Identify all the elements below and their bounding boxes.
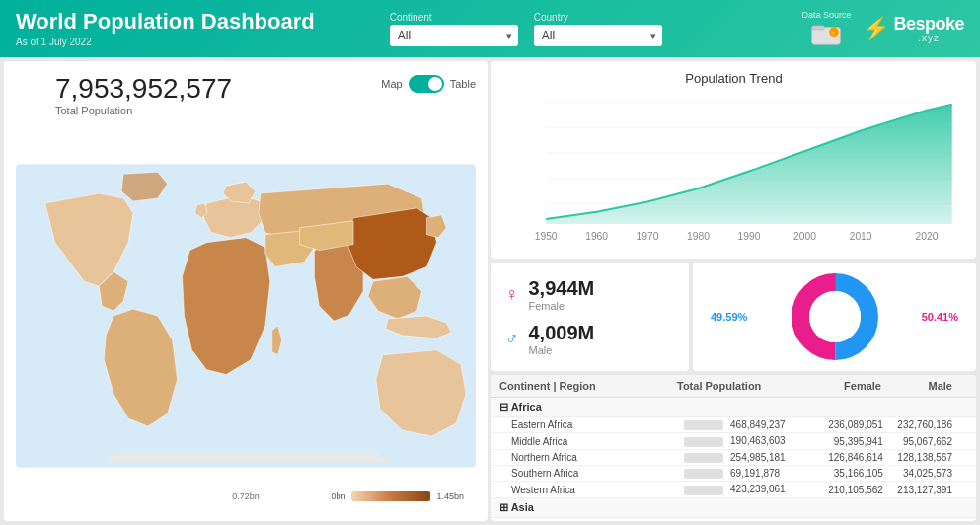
table-row[interactable]: Southern Africa 69,191,878 35,166,105 34… (491, 466, 976, 482)
legend-max-label: 1.45bn (436, 491, 464, 501)
map-table-toggle[interactable]: Map Table (381, 75, 476, 93)
col-header-male: Male (881, 380, 952, 392)
svg-text:↑: ↑ (832, 29, 836, 38)
male-icon: ♂ (505, 329, 519, 349)
svg-point-20 (809, 291, 861, 342)
male-percent-label: 49.59% (711, 311, 747, 323)
table-row[interactable]: Eastern Africa 468,849,237 236,089,051 2… (491, 417, 976, 433)
bar-northern-africa (684, 453, 723, 463)
continent-select[interactable]: All Africa Asia Europe Americas Oceania (390, 25, 518, 46)
toggle-knob (428, 77, 442, 91)
toggle-switch[interactable] (409, 75, 444, 93)
group-name-africa: ⊟ Africa (499, 401, 677, 413)
left-panel: 7,953,952,577 Total Population Map Table (4, 61, 488, 521)
col-header-region: Continent | Region (499, 380, 677, 392)
country-filter-group: Country All (534, 12, 662, 46)
svg-text:1990: 1990 (738, 231, 761, 242)
svg-text:1960: 1960 (585, 231, 608, 242)
header: World Population Dashboard As of 1 July … (0, 0, 980, 57)
male-label: Male (529, 344, 595, 356)
trend-card: Population Trend (491, 61, 976, 259)
total-population-label: Total Population (16, 105, 232, 116)
header-right: Data Source ↑ ⚡ Bespoke .xyz (801, 10, 964, 47)
col-header-total: Total Population (677, 380, 810, 392)
country-label: Country (534, 12, 662, 23)
map-toggle-map-label: Map (381, 78, 402, 90)
stats-row: ♀ 3,944M Female ♂ 4,009M Male 49.59% (491, 262, 976, 371)
page-title: World Population Dashboard (16, 10, 315, 34)
col-header-female: Female (810, 380, 881, 392)
main-content: 7,953,952,577 Total Population Map Table (0, 57, 980, 525)
table-body[interactable]: ⊟ Africa Eastern Africa 468,849,237 236,… (491, 398, 976, 521)
data-source-icon[interactable]: ↑ (810, 20, 842, 47)
svg-text:1950: 1950 (535, 231, 558, 242)
brand-name: Bespoke (893, 15, 964, 33)
group-name-asia: ⊞ Asia (499, 501, 677, 514)
legend-gradient-bar (351, 491, 430, 501)
trend-chart-svg: 1950 1960 1970 1980 1990 2000 2010 2020 (505, 92, 962, 245)
table-header: Continent | Region Total Population Fema… (491, 375, 976, 398)
male-value: 4,009M (529, 322, 595, 344)
total-population-value: 7,953,952,577 (16, 73, 232, 105)
donut-chart-svg (786, 267, 884, 366)
brand-area: ⚡ Bespoke .xyz (863, 15, 964, 43)
svg-rect-1 (812, 26, 825, 30)
female-label: Female (529, 300, 595, 312)
table-row[interactable]: ⊟ Africa (491, 398, 976, 417)
brand-sub: .xyz (918, 33, 940, 43)
data-source-label: Data Source (801, 10, 851, 20)
country-select[interactable]: All (534, 25, 662, 46)
legend-min-label: 0bn (331, 491, 345, 501)
svg-text:1970: 1970 (637, 231, 659, 242)
brand-lightning-icon: ⚡ (863, 16, 889, 41)
data-source-area: Data Source ↑ (801, 10, 851, 47)
female-percent-label: 50.41% (922, 311, 958, 323)
female-icon: ♀ (505, 284, 519, 305)
brand-logo: Bespoke .xyz (893, 15, 964, 43)
table-row[interactable]: Western Africa 423,239,061 210,105,562 2… (491, 482, 976, 497)
continent-select-wrapper[interactable]: All Africa Asia Europe Americas Oceania (390, 25, 518, 46)
svg-text:2000: 2000 (793, 231, 816, 242)
col-header-scroll (952, 380, 968, 392)
legend-mid-label: 0.72bn (232, 491, 260, 501)
table-row[interactable]: Northern Africa 254,985,181 126,846,614 … (491, 450, 976, 466)
gender-stats-card: ♀ 3,944M Female ♂ 4,009M Male (491, 262, 689, 371)
table-row[interactable]: ⊞ Asia (491, 498, 976, 518)
header-title-area: World Population Dashboard As of 1 July … (16, 10, 315, 46)
country-select-wrapper[interactable]: All (534, 25, 662, 46)
male-stats-row: ♂ 4,009M Male (505, 322, 675, 356)
bar-middle-africa (684, 437, 723, 447)
data-table-card: Continent | Region Total Population Fema… (491, 375, 976, 521)
header-filters: Continent All Africa Asia Europe America… (390, 12, 662, 46)
continent-filter-group: Continent All Africa Asia Europe America… (390, 12, 518, 46)
svg-text:1980: 1980 (687, 231, 710, 242)
right-panel: Population Trend (491, 61, 976, 521)
map-svg (16, 122, 476, 509)
svg-text:2020: 2020 (916, 231, 939, 242)
svg-text:2010: 2010 (850, 231, 872, 242)
continent-label: Continent (390, 12, 518, 23)
world-map[interactable]: 0bn 1.45bn 0.72bn (16, 122, 476, 509)
map-toggle-table-label: Table (450, 78, 476, 90)
female-value: 3,944M (529, 277, 595, 300)
female-stats-row: ♀ 3,944M Female (505, 277, 675, 312)
header-subtitle: As of 1 July 2022 (16, 37, 315, 47)
donut-chart-card: 49.59% 50.41% (693, 262, 976, 371)
trend-chart-title: Population Trend (505, 71, 962, 86)
map-legend: 0bn 1.45bn (331, 491, 464, 501)
bar-eastern-africa (684, 420, 723, 430)
bar-western-africa (684, 486, 723, 495)
table-row[interactable]: Middle Africa 190,463,603 95,395,941 95,… (491, 433, 976, 449)
bar-southern-africa (684, 469, 723, 479)
